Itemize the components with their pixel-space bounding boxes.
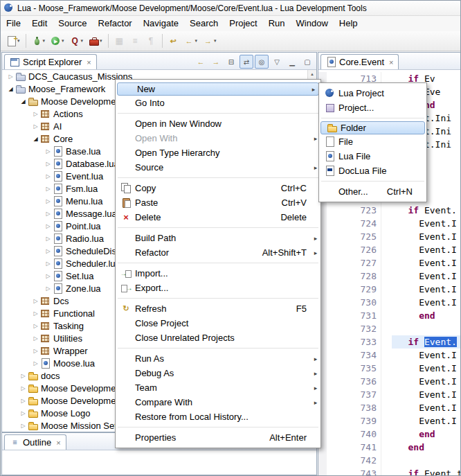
context-menu-item-properties[interactable]: PropertiesAlt+Enter xyxy=(116,430,320,445)
code-line-738[interactable]: 738 Event.I xyxy=(318,401,461,414)
menubar-item-refactor[interactable]: Refactor xyxy=(93,16,138,31)
script-explorer-tab[interactable]: Script Explorer xyxy=(4,54,97,69)
expand-arrow-icon[interactable]: ▷ xyxy=(31,123,40,130)
code-line-733[interactable]: 733 if Event. xyxy=(318,335,461,349)
context-menu-item-compare-with[interactable]: Compare With▸ xyxy=(116,395,320,409)
expand-arrow-icon[interactable]: ▷ xyxy=(19,423,28,429)
last-edit-location-button[interactable]: ↩ xyxy=(165,33,181,49)
code-line-739[interactable]: 739 Event.I xyxy=(318,414,461,427)
link-with-editor-button[interactable]: ⇄ xyxy=(239,55,253,69)
minimize-button[interactable]: ▁ xyxy=(285,55,299,69)
menubar-item-search[interactable]: Search xyxy=(184,16,224,31)
coverage-button[interactable]: Q▾ xyxy=(67,33,87,49)
menubar-item-help[interactable]: Help xyxy=(334,16,363,31)
code-line-725[interactable]: 725 Event.I xyxy=(318,230,461,243)
code-line-731[interactable]: 731 end xyxy=(318,309,461,322)
focus-active-button[interactable]: ◎ xyxy=(255,55,269,69)
debug-button[interactable]: ▾ xyxy=(29,33,48,49)
context-menu-item-refresh[interactable]: ↻RefreshF5 xyxy=(116,301,320,316)
close-icon[interactable] xyxy=(389,58,393,67)
menubar-item-navigate[interactable]: Navigate xyxy=(138,16,184,31)
new-submenu-item-lua-file[interactable]: Lua File xyxy=(319,149,426,164)
expand-arrow-icon[interactable]: ▷ xyxy=(19,385,28,391)
context-menu-item-run-as[interactable]: Run As▸ xyxy=(116,351,320,366)
back-button[interactable]: ←▾ xyxy=(181,33,201,49)
expand-arrow-icon[interactable]: ◢ xyxy=(31,136,40,142)
context-menu-item-restore-from-local-history[interactable]: Restore from Local History... xyxy=(116,409,320,424)
code-line-743[interactable]: 743 if Event.ta xyxy=(318,467,461,476)
dropdown-arrow-icon[interactable]: ▾ xyxy=(100,38,102,44)
context-menu-item-debug-as[interactable]: Debug As▸ xyxy=(116,366,320,380)
code-line-723[interactable]: 723 if Event. xyxy=(318,204,461,217)
expand-arrow-icon[interactable]: ▷ xyxy=(44,223,53,229)
context-menu-item-copy[interactable]: CopyCtrl+C xyxy=(116,181,320,195)
expand-arrow-icon[interactable]: ▷ xyxy=(31,310,40,317)
menubar-item-file[interactable]: File xyxy=(1,16,26,31)
context-menu-item-build-path[interactable]: Build Path▸ xyxy=(116,231,320,245)
external-tools-button[interactable]: ▾ xyxy=(86,33,105,49)
expand-arrow-icon[interactable]: ▷ xyxy=(31,298,40,304)
new-submenu-item-project[interactable]: Project... xyxy=(319,100,426,115)
code-line-740[interactable]: 740 end xyxy=(318,427,461,441)
dropdown-arrow-icon[interactable]: ▾ xyxy=(81,38,84,44)
context-menu-item-open-type-hierarchy[interactable]: Open Type Hierarchy xyxy=(116,146,320,160)
code-line-727[interactable]: 727 Event.I xyxy=(318,256,461,270)
code-line-734[interactable]: 734 Event.I xyxy=(318,349,461,362)
context-menu-item-team[interactable]: Team▸ xyxy=(116,380,320,395)
code-line-735[interactable]: 735 Event.I xyxy=(318,362,461,375)
context-menu-item-new[interactable]: New▸ xyxy=(117,82,319,96)
dropdown-arrow-icon[interactable]: ▾ xyxy=(43,38,46,44)
expand-arrow-icon[interactable]: ▷ xyxy=(44,285,53,292)
context-menu-item-go-into[interactable]: Go Into xyxy=(116,96,320,110)
menubar-item-run[interactable]: Run xyxy=(263,16,291,31)
editor-tab[interactable]: Core.Event xyxy=(320,54,399,69)
expand-arrow-icon[interactable]: ▷ xyxy=(31,348,40,354)
context-menu-item-refactor[interactable]: RefactorAlt+Shift+T▸ xyxy=(116,245,320,260)
code-line-726[interactable]: 726 Event.I xyxy=(318,243,461,256)
context-menu-item-source[interactable]: Source▸ xyxy=(116,160,320,175)
back-button[interactable]: ← xyxy=(194,55,208,69)
code-line-742[interactable]: 742 xyxy=(318,454,461,467)
expand-arrow-icon[interactable]: ▷ xyxy=(44,148,53,155)
new-submenu-item-folder[interactable]: Folder xyxy=(320,121,425,134)
expand-arrow-icon[interactable]: ▷ xyxy=(44,273,53,279)
menubar-item-source[interactable]: Source xyxy=(53,16,92,31)
new-submenu-item-doclua-file[interactable]: DocLua File xyxy=(319,164,426,178)
new-submenu-item-lua-project[interactable]: Lua Project xyxy=(319,86,426,100)
code-line-732[interactable]: 732 xyxy=(318,322,461,335)
expand-arrow-icon[interactable]: ▷ xyxy=(19,410,28,416)
dropdown-arrow-icon[interactable]: ▾ xyxy=(195,38,198,44)
run-button[interactable]: ▾ xyxy=(48,33,67,49)
close-icon[interactable] xyxy=(87,58,91,67)
forward-button[interactable]: →▾ xyxy=(200,33,219,49)
collapse-all-button[interactable]: ⊟ xyxy=(224,55,238,69)
context-menu-item-delete[interactable]: ×DeleteDelete xyxy=(116,210,320,224)
expand-arrow-icon[interactable]: ▷ xyxy=(44,236,53,242)
context-menu-item-paste[interactable]: PasteCtrl+V xyxy=(116,195,320,210)
context-menu-item-open-in-new-window[interactable]: Open in New Window xyxy=(116,116,320,131)
context-menu-item-import[interactable]: Import... xyxy=(116,266,320,281)
menubar-item-window[interactable]: Window xyxy=(291,16,334,31)
expand-arrow-icon[interactable]: ▷ xyxy=(44,198,53,204)
new-wizard-button[interactable]: ▾ xyxy=(3,33,23,49)
expand-arrow-icon[interactable]: ▷ xyxy=(44,173,53,179)
context-menu-item-close-unrelated-projects[interactable]: Close Unrelated Projects xyxy=(116,330,320,345)
menubar-item-project[interactable]: Project xyxy=(224,16,262,31)
expand-arrow-icon[interactable]: ▷ xyxy=(31,335,40,342)
expand-arrow-icon[interactable]: ▷ xyxy=(19,398,28,404)
code-line-729[interactable]: 729 Event.I xyxy=(318,283,461,296)
new-submenu-item-file[interactable]: File xyxy=(319,134,426,149)
code-line-730[interactable]: 730 Event.I xyxy=(318,296,461,309)
menubar-item-edit[interactable]: Edit xyxy=(26,16,53,31)
expand-arrow-icon[interactable]: ▷ xyxy=(44,186,53,192)
dropdown-arrow-icon[interactable]: ▾ xyxy=(62,38,64,44)
code-line-736[interactable]: 736 Event.I xyxy=(318,375,461,388)
expand-arrow-icon[interactable]: ▷ xyxy=(6,73,15,80)
expand-arrow-icon[interactable]: ◢ xyxy=(6,86,15,92)
expand-arrow-icon[interactable]: ▷ xyxy=(44,211,53,217)
expand-arrow-icon[interactable]: ▷ xyxy=(19,373,28,379)
expand-arrow-icon[interactable]: ◢ xyxy=(19,98,28,105)
new-submenu-item-other[interactable]: Other...Ctrl+N xyxy=(319,184,426,199)
close-icon[interactable] xyxy=(56,439,60,447)
expand-arrow-icon[interactable]: ▷ xyxy=(31,360,40,367)
